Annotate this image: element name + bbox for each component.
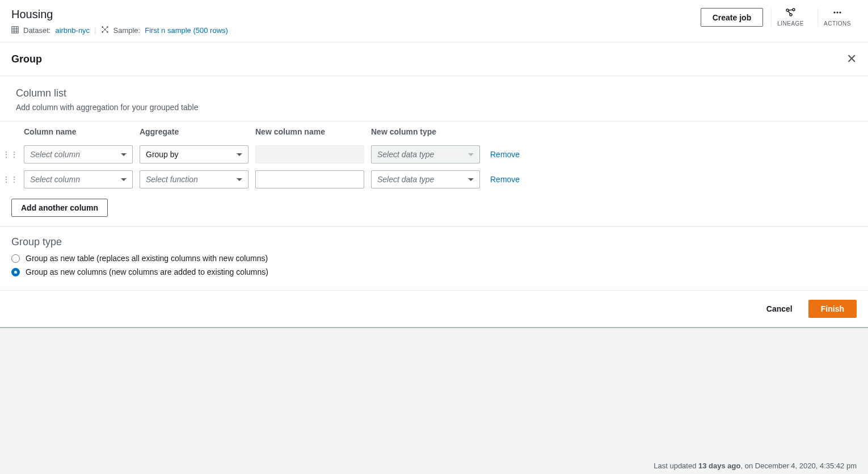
data-type-placeholder: Select data type [377,175,434,184]
last-updated-bold: 13 days ago [698,462,740,470]
dataset-icon [11,26,19,35]
separator: | [94,26,96,35]
svg-point-21 [839,11,841,13]
column-select[interactable]: Select column [24,145,133,163]
column-select-placeholder: Select column [30,175,80,184]
page-header: Housing Dataset: airbnb-nyc | Sample: Fi… [0,0,868,43]
svg-line-13 [105,30,107,32]
column-list-title: Column list [16,87,852,99]
radio-label: Group as new table (replaces all existin… [26,254,268,263]
sample-link[interactable]: First n sample (500 rows) [145,26,228,35]
panel-header: Group ✕ [0,43,868,76]
header-right: Create job LINEAGE ACTIONS [701,8,857,27]
svg-line-17 [789,10,793,10]
caret-down-icon [237,178,242,181]
column-table-head: Column name Aggregate New column name Ne… [0,121,868,142]
drag-handle-icon[interactable]: ⋮⋮ [0,175,20,184]
svg-point-14 [786,9,789,11]
radio-option-new-columns[interactable]: Group as new columns (new columns are ad… [11,265,857,279]
add-row: Add another column [0,192,868,226]
caret-down-icon [468,178,474,181]
sample-icon [101,26,109,35]
header-meta: Dataset: airbnb-nyc | Sample: First n sa… [11,26,228,35]
aggregate-select-value: Group by [146,150,179,159]
svg-point-15 [793,9,795,11]
remove-link[interactable]: Remove [483,175,868,184]
data-type-select: Select data type [371,145,480,163]
finish-button[interactable]: Finish [808,300,857,318]
page-title: Housing [11,8,228,21]
dataset-link[interactable]: airbnb-nyc [55,26,90,35]
th-new-column-name: New column name [252,127,368,136]
actions-button[interactable]: ACTIONS [818,8,857,27]
radio-label: Group as new columns (new columns are ad… [26,267,268,276]
column-row: ⋮⋮ Select column Select function Select … [0,167,868,192]
column-table: Column name Aggregate New column name Ne… [0,121,868,226]
lineage-icon [786,8,796,19]
more-icon [832,8,842,19]
caret-down-icon [468,153,474,156]
svg-line-10 [102,27,104,30]
remove-link[interactable]: Remove [483,150,868,159]
actions-label: ACTIONS [824,20,851,27]
svg-line-11 [105,27,107,30]
close-button[interactable]: ✕ [846,53,857,65]
group-type-section: Group type Group as new table (replaces … [0,226,868,290]
new-column-name-input[interactable] [255,170,364,188]
header-left: Housing Dataset: airbnb-nyc | Sample: Fi… [11,8,228,35]
panel-title: Group [11,53,42,65]
th-aggregate: Aggregate [136,127,252,136]
th-new-column-type: New column type [368,127,483,136]
add-column-button[interactable]: Add another column [11,199,108,217]
aggregate-select-placeholder: Select function [146,175,198,184]
svg-line-18 [788,11,790,14]
close-icon: ✕ [846,52,857,66]
sample-label: Sample: [113,26,141,35]
create-job-button[interactable]: Create job [701,8,763,27]
th-column-name: Column name [20,127,136,136]
cancel-button[interactable]: Cancel [757,300,802,318]
last-updated-suffix: , on December 4, 2020, 4:35:42 pm [740,462,857,470]
lineage-label: LINEAGE [777,20,804,27]
column-list-desc: Add column with aggregation for your gro… [16,103,852,112]
data-type-select[interactable]: Select data type [371,170,480,188]
column-select[interactable]: Select column [24,170,133,188]
empty-area: Last updated 13 days ago, on December 4,… [0,328,868,474]
radio-icon [11,268,20,276]
last-updated: Last updated 13 days ago, on December 4,… [654,462,857,470]
caret-down-icon [237,153,242,156]
svg-line-12 [102,30,104,32]
dataset-label: Dataset: [23,26,50,35]
radio-option-new-table[interactable]: Group as new table (replaces all existin… [11,251,857,265]
aggregate-select[interactable]: Select function [140,170,248,188]
caret-down-icon [121,153,127,156]
svg-point-19 [833,11,835,13]
column-select-placeholder: Select column [30,150,80,159]
svg-point-20 [836,11,838,13]
group-type-title: Group type [11,236,857,248]
footer-actions: Cancel Finish [0,290,868,328]
new-column-name-input [255,145,364,163]
aggregate-select[interactable]: Group by [140,145,248,163]
radio-icon [11,254,20,263]
column-row: ⋮⋮ Select column Group by Select data ty… [0,142,868,167]
column-list-section: Column list Add column with aggregation … [0,76,868,121]
lineage-button[interactable]: LINEAGE [771,8,810,27]
data-type-placeholder: Select data type [377,150,434,159]
drag-handle-icon[interactable]: ⋮⋮ [0,150,20,159]
svg-rect-0 [12,26,18,32]
last-updated-prefix: Last updated [654,462,698,470]
caret-down-icon [121,178,127,181]
